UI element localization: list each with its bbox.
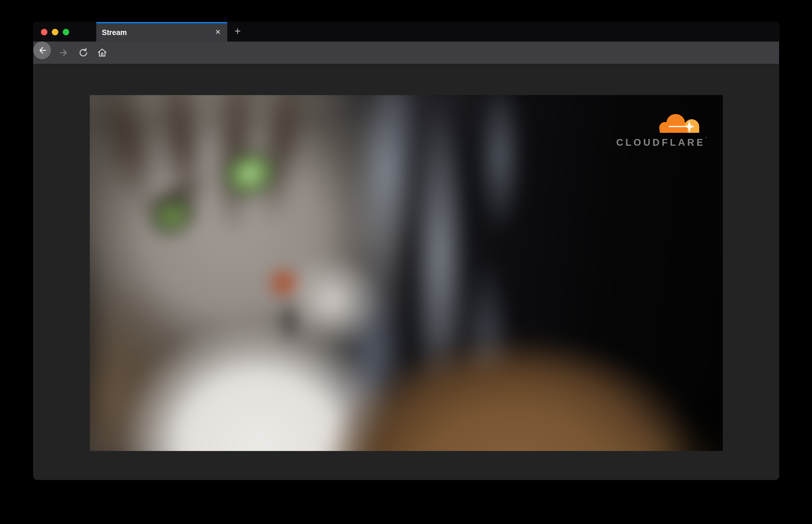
browser-window: Stream ✕ + (33, 22, 779, 480)
traffic-close-button[interactable] (41, 29, 47, 35)
titlebar[interactable]: Stream ✕ + (33, 22, 779, 42)
cloudflare-cloud-icon (657, 112, 704, 134)
cloudflare-watermark: CLOUDFLARE' (616, 112, 704, 148)
new-tab-button[interactable]: + (231, 22, 244, 42)
tab-close-icon[interactable]: ✕ (213, 23, 223, 42)
navigation-toolbar: https://watch.cloudflarestream.com/11859… (33, 42, 779, 64)
reload-icon (78, 47, 89, 58)
back-button[interactable] (33, 42, 51, 59)
traffic-zoom-button[interactable] (63, 29, 69, 35)
desktop: Stream ✕ + (0, 0, 812, 524)
video-player[interactable]: CLOUDFLARE' (90, 95, 723, 451)
home-button[interactable] (96, 42, 108, 64)
page-content: CLOUDFLARE' (33, 64, 779, 480)
back-arrow-icon (37, 45, 47, 56)
forward-arrow-icon (59, 47, 69, 58)
home-icon (97, 47, 108, 58)
trademark-tick: ' (705, 136, 706, 141)
forward-button[interactable] (58, 42, 70, 64)
tab-title: Stream (102, 23, 127, 42)
cloudflare-wordmark: CLOUDFLARE' (616, 136, 706, 148)
reload-button[interactable] (78, 42, 89, 64)
tab-stream[interactable]: Stream ✕ (96, 22, 227, 42)
traffic-minimize-button[interactable] (52, 29, 58, 35)
video-frame-blurry-cat (90, 95, 723, 451)
